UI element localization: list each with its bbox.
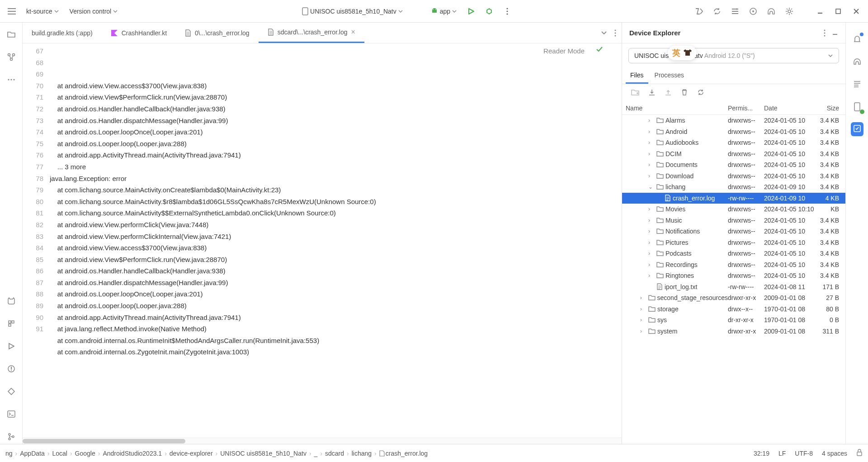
- tab-dropdown-icon[interactable]: [601, 31, 607, 35]
- editor-tab[interactable]: build.gradle.kts (:app): [23, 23, 102, 43]
- inspection-ok-icon[interactable]: [595, 45, 604, 57]
- panel-minimize-icon[interactable]: [832, 29, 838, 36]
- breadcrumb-item[interactable]: UNISOC uis8581e_5h10_Natv: [220, 450, 307, 457]
- project-dropdown[interactable]: kt-source: [23, 6, 62, 17]
- gradle-tool-icon[interactable]: [850, 54, 864, 69]
- breadcrumb-item[interactable]: Local: [52, 450, 67, 457]
- maximize-window-icon[interactable]: [831, 4, 845, 19]
- make-icon[interactable]: [728, 4, 742, 19]
- close-window-icon[interactable]: [849, 4, 863, 19]
- terminal-tool-icon[interactable]: [4, 407, 19, 421]
- vcs-dropdown[interactable]: Version control: [66, 6, 122, 17]
- encoding[interactable]: UTF-8: [795, 450, 813, 457]
- breadcrumb-item[interactable]: _: [314, 450, 318, 457]
- breadcrumb[interactable]: ng›AppData›Local›Google›AndroidStudio202…: [5, 450, 428, 457]
- notifications-tool-icon[interactable]: [850, 32, 864, 46]
- file-row[interactable]: ›storagedrwx--x--1970-01-01 0880 B: [622, 304, 845, 315]
- file-row[interactable]: ⌄lichangdrwxrws--2024-01-09 103.4 KB: [622, 181, 845, 193]
- run-config-dropdown[interactable]: app: [427, 6, 460, 17]
- svg-point-27: [824, 35, 826, 36]
- refresh-icon[interactable]: [697, 89, 704, 97]
- file-row[interactable]: ›Musicdrwxrws--2024-01-05 103.4 KB: [622, 215, 845, 226]
- file-row[interactable]: ›Recordingsdrwxrws--2024-01-05 103.4 KB: [622, 259, 845, 271]
- indent-info[interactable]: 4 spaces: [822, 450, 847, 457]
- svg-point-5: [507, 10, 508, 12]
- file-table: Name Permis... Date Size ›Alarmsdrwxrws-…: [622, 102, 845, 444]
- explorer-subtab[interactable]: Processes: [650, 68, 689, 84]
- file-row[interactable]: ›Androiddrwxrws--2024-01-05 103.4 KB: [622, 126, 845, 138]
- caret-position[interactable]: 32:19: [754, 450, 769, 457]
- debug-button[interactable]: [482, 4, 496, 19]
- device-select[interactable]: UNISOC uis Natv Android 12.0 ("S") 英: [628, 48, 839, 63]
- file-row[interactable]: ›Documentsdrwxrws--2024-01-05 103.4 KB: [622, 159, 845, 171]
- file-row[interactable]: ›Picturesdrwxrws--2024-01-05 103.4 KB: [622, 237, 845, 248]
- panel-more-icon[interactable]: [824, 29, 826, 37]
- reader-mode-label[interactable]: Reader Mode: [543, 45, 585, 57]
- file-row[interactable]: ›DCIMdrwxrws--2024-01-05 103.4 KB: [622, 148, 845, 160]
- file-row[interactable]: ›Notificationsdrwxrws--2024-01-05 103.4 …: [622, 226, 845, 237]
- hamburger-icon[interactable]: [5, 4, 19, 19]
- file-row[interactable]: ›systemdrwxr-xr-x2009-01-01 08311 B: [622, 326, 845, 337]
- file-row[interactable]: ›sysdr-xr-xr-x1970-01-01 080 B: [622, 314, 845, 326]
- cat-tool-icon[interactable]: [4, 294, 19, 308]
- file-row[interactable]: ›Ringtonesdrwxrws--2024-01-05 103.4 KB: [622, 270, 845, 281]
- file-row[interactable]: ›Audiobooksdrwxrws--2024-01-05 103.4 KB: [622, 137, 845, 148]
- outline-tool-icon[interactable]: [850, 77, 864, 91]
- breadcrumb-item[interactable]: lichang: [352, 450, 372, 457]
- file-row[interactable]: ›Podcastsdrwxrws--2024-01-05 103.4 KB: [622, 248, 845, 259]
- project-tool-icon[interactable]: [4, 27, 19, 42]
- file-icon: [656, 283, 663, 290]
- upload-icon[interactable]: [665, 89, 672, 97]
- sync-icon[interactable]: [710, 4, 724, 19]
- elephant-icon[interactable]: [764, 4, 778, 19]
- editor-tab[interactable]: CrashHandler.kt: [102, 23, 176, 43]
- svg-rect-28: [854, 103, 860, 111]
- breadcrumb-item[interactable]: ng: [5, 450, 13, 457]
- device-explorer-tool-icon[interactable]: [851, 122, 863, 136]
- ime-indicator[interactable]: 英: [668, 46, 697, 60]
- file-row[interactable]: ›second_stage_resourcesdrwxr-xr-x2009-01…: [622, 292, 845, 304]
- more-actions-icon[interactable]: [500, 4, 514, 19]
- explorer-subtabs: FilesProcesses: [622, 68, 845, 84]
- device-dropdown[interactable]: UNISOC uis8581e_5h10_Natv: [298, 5, 406, 17]
- vcs-tool-icon[interactable]: [4, 429, 19, 444]
- svg-point-26: [824, 32, 826, 33]
- problems-tool-icon[interactable]: [4, 362, 19, 376]
- diamond-tool-icon[interactable]: [4, 384, 19, 399]
- download-icon[interactable]: [648, 89, 656, 97]
- build-tool-icon[interactable]: [4, 316, 19, 331]
- close-icon[interactable]: ×: [351, 28, 355, 36]
- file-row[interactable]: crash_error.log-rw-rw----2024-01-09 104 …: [622, 193, 845, 204]
- settings-icon[interactable]: [782, 4, 797, 19]
- emulator-tool-icon[interactable]: [850, 100, 864, 114]
- code-view[interactable]: Reader Mode at android.view.View.access$…: [50, 43, 622, 438]
- svg-rect-18: [8, 411, 15, 417]
- code-with-me-icon[interactable]: [692, 4, 706, 19]
- minimize-window-icon[interactable]: [813, 4, 827, 19]
- editor-tab[interactable]: 0\...\crash_error.log: [176, 23, 259, 43]
- editor-tab[interactable]: sdcard\...\crash_error.log×: [259, 23, 364, 43]
- file-row[interactable]: ›Alarmsdrwxrws--2024-01-05 103.4 KB: [622, 115, 845, 126]
- breadcrumb-item[interactable]: AndroidStudio2023.1: [103, 450, 162, 457]
- breadcrumb-item[interactable]: AppData: [20, 450, 44, 457]
- breadcrumb-item[interactable]: Google: [75, 450, 95, 457]
- breadcrumb-item[interactable]: sdcard: [325, 450, 344, 457]
- file-row[interactable]: iport_log.txt-rw-rw----2024-01-08 11171 …: [622, 281, 845, 293]
- file-row[interactable]: ›Moviesdrwxrws--2024-01-05 10:10KB: [622, 204, 845, 215]
- tab-more-icon[interactable]: [614, 29, 616, 37]
- file-row[interactable]: ›Downloaddrwxrws--2024-01-05 103.4 KB: [622, 171, 845, 182]
- readonly-lock-icon[interactable]: [856, 449, 863, 457]
- new-folder-icon[interactable]: [631, 89, 639, 97]
- folder-icon: [648, 317, 656, 323]
- run-button[interactable]: [464, 4, 478, 19]
- run-tool-icon[interactable]: [4, 339, 19, 353]
- avd-icon[interactable]: [746, 4, 760, 19]
- delete-icon[interactable]: [681, 89, 688, 97]
- line-ending[interactable]: LF: [778, 450, 786, 457]
- horizontal-scrollbar[interactable]: [23, 438, 622, 444]
- explorer-subtab[interactable]: Files: [626, 68, 648, 84]
- more-tool-icon[interactable]: [4, 72, 19, 87]
- breadcrumb-item[interactable]: crash_error.log: [379, 450, 428, 457]
- breadcrumb-item[interactable]: device-explorer: [170, 450, 213, 457]
- structure-tool-icon[interactable]: [4, 50, 19, 64]
